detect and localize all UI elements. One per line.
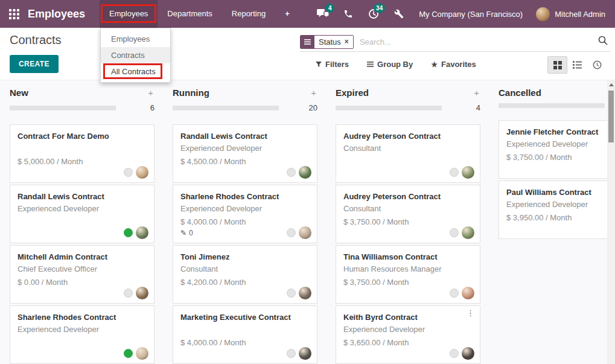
nav-menu-employees[interactable]: Employees: [100, 0, 158, 28]
nav-menu-add-icon[interactable]: +: [275, 0, 299, 28]
card-job-title: Experienced Developer: [506, 198, 615, 211]
activity-status-dot[interactable]: [287, 289, 296, 298]
kanban-card[interactable]: Jennie Fletcher Contract Experienced Dev…: [499, 120, 615, 179]
search-icon[interactable]: [598, 36, 608, 48]
activity-status-dot[interactable]: [287, 349, 296, 358]
activity-status-dot[interactable]: [124, 289, 133, 298]
kanban-card[interactable]: Toni Jimenez Consultant $ 4,200.00 / Mon…: [173, 245, 317, 304]
search-facet-status[interactable]: Status ×: [300, 35, 354, 49]
dropdown-item-contracts[interactable]: Contracts: [101, 47, 170, 63]
scroll-up-arrow-icon[interactable]: [609, 83, 614, 86]
card-avatar[interactable]: [136, 226, 148, 239]
kanban-card[interactable]: ⋮ Keith Byrd Contract Experienced Develo…: [336, 305, 480, 364]
column-header: New +: [10, 80, 155, 98]
kanban-card[interactable]: Paul Williams Contract Experienced Devel…: [499, 180, 615, 239]
kanban-card[interactable]: Randall Lewis Contract Experienced Devel…: [173, 124, 317, 183]
card-avatar[interactable]: [462, 226, 474, 239]
card-avatar[interactable]: [462, 166, 474, 179]
vertical-scrollbar[interactable]: [607, 80, 615, 364]
nav-menu-reporting[interactable]: Reporting: [222, 0, 275, 28]
card-footer: [18, 226, 148, 239]
card-avatar[interactable]: [462, 287, 474, 299]
activities-clock-icon[interactable]: 34: [363, 0, 384, 28]
card-avatar[interactable]: [462, 347, 474, 360]
activity-status-dot[interactable]: [124, 168, 133, 177]
favorites-button[interactable]: ★ Favorites: [431, 60, 476, 69]
card-title: Sharlene Rhodes Contract: [18, 312, 147, 323]
column-add-icon[interactable]: +: [147, 88, 155, 98]
card-title: Randall Lewis Contract: [18, 191, 147, 202]
kanban-card[interactable]: Mitchell Admin Contract Chief Executive …: [10, 245, 155, 304]
card-title: Paul Williams Contract: [506, 187, 615, 198]
card-avatar[interactable]: [299, 287, 311, 299]
card-avatar[interactable]: [136, 166, 148, 179]
column-cards: Audrey Peterson Contract Consultant Audr…: [336, 124, 480, 364]
card-kebab-icon[interactable]: ⋮: [467, 309, 474, 318]
company-switcher[interactable]: My Company (San Francisco): [414, 10, 531, 19]
column-cards: Contract For Marc Demo $ 5,000.00 / Mont…: [10, 124, 155, 364]
kanban-column: New + 6 Contract For Marc Demo $ 5,000.0…: [10, 80, 173, 364]
card-title: Randall Lewis Contract: [180, 131, 310, 142]
filters-button[interactable]: Filters: [316, 60, 349, 69]
activity-status-dot[interactable]: [450, 228, 459, 237]
card-title: Keith Byrd Contract: [343, 312, 473, 323]
kanban-card[interactable]: Audrey Peterson Contract Consultant $ 3,…: [336, 185, 480, 243]
column-title[interactable]: Running: [173, 88, 310, 98]
kanban-card[interactable]: Tina Williamson Contract Human Resources…: [336, 245, 480, 304]
activity-status-dot[interactable]: [124, 349, 133, 358]
activity-status-dot[interactable]: [287, 228, 296, 237]
dropdown-item-all-contracts[interactable]: All Contracts: [101, 63, 170, 80]
kanban-card[interactable]: Sharlene Rhodes Contract Experienced Dev…: [10, 305, 155, 364]
card-avatar[interactable]: [299, 166, 311, 179]
kanban-card[interactable]: Contract For Marc Demo $ 5,000.00 / Mont…: [10, 124, 155, 183]
card-avatar[interactable]: [136, 287, 148, 299]
column-add-icon[interactable]: +: [310, 88, 317, 98]
user-menu[interactable]: Mitchell Admin: [536, 7, 607, 21]
activity-status-dot[interactable]: [450, 168, 459, 177]
column-progressbar[interactable]: [173, 106, 279, 110]
kanban-card[interactable]: Randall Lewis Contract Experienced Devel…: [10, 185, 155, 243]
column-title[interactable]: Expired: [336, 88, 473, 98]
card-avatar[interactable]: [299, 347, 311, 360]
control-panel: Contracts CREATE Status × Filters: [0, 28, 615, 80]
kanban-view-button[interactable]: [547, 56, 567, 74]
activity-status-dot[interactable]: [450, 289, 459, 298]
column-progressbar[interactable]: [10, 106, 116, 110]
search-input[interactable]: [354, 37, 597, 46]
kanban-card[interactable]: Marketing Executive Contract $ 4,000.00 …: [173, 305, 317, 364]
activity-status-dot[interactable]: [287, 168, 296, 177]
column-cards: Randall Lewis Contract Experienced Devel…: [173, 124, 317, 364]
card-avatar[interactable]: [299, 226, 311, 239]
group-by-button[interactable]: Group By: [367, 60, 413, 69]
column-count: 6: [116, 103, 155, 112]
activity-view-button[interactable]: [587, 56, 607, 74]
kanban-card[interactable]: Sharlene Rhodes Contract Experienced Dev…: [173, 185, 317, 243]
column-progressbar[interactable]: [336, 106, 442, 110]
tools-wrench-icon[interactable]: [389, 0, 409, 28]
kanban-column: Cancelled + Jennie Fletcher Contract Exp…: [499, 80, 615, 364]
card-title: Audrey Peterson Contract: [343, 131, 473, 142]
messages-icon[interactable]: 4: [313, 0, 333, 28]
column-count: 4: [442, 103, 480, 112]
star-icon: ★: [431, 60, 438, 69]
create-button[interactable]: CREATE: [10, 55, 59, 73]
facet-remove-icon[interactable]: ×: [345, 37, 349, 46]
card-salary: $ 3,750.00 / Month: [506, 151, 615, 164]
card-edit-count: ✎ 0: [180, 229, 193, 237]
card-footer: [18, 287, 148, 299]
column-header: Cancelled +: [499, 80, 615, 98]
list-view-button[interactable]: [567, 56, 587, 74]
column-title[interactable]: Cancelled: [499, 88, 615, 98]
apps-menu-icon[interactable]: [0, 0, 28, 28]
kanban-card[interactable]: Audrey Peterson Contract Consultant: [336, 124, 480, 183]
phone-icon[interactable]: [338, 0, 358, 28]
activity-status-dot[interactable]: [124, 228, 133, 237]
card-avatar[interactable]: [136, 347, 148, 360]
activity-status-dot[interactable]: [450, 349, 459, 358]
dropdown-item-employees[interactable]: Employees: [101, 31, 170, 47]
nav-menu-departments[interactable]: Departments: [158, 0, 221, 28]
column-add-icon[interactable]: +: [473, 88, 480, 98]
column-progressbar[interactable]: [499, 103, 605, 108]
column-title[interactable]: New: [10, 88, 147, 98]
scrollbar-thumb[interactable]: [608, 91, 614, 142]
